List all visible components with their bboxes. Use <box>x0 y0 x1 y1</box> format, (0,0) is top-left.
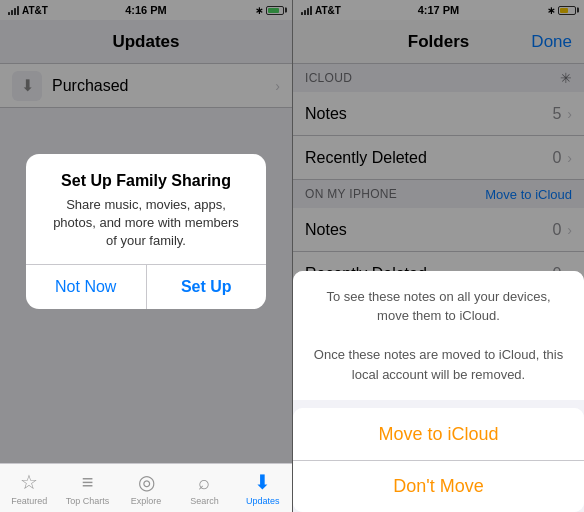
search-label: Search <box>190 496 219 506</box>
sheet-buttons: Move to iCloud Don't Move <box>293 408 584 512</box>
dialog-body: Set Up Family Sharing Share music, movie… <box>26 154 266 265</box>
featured-icon: ☆ <box>20 470 38 494</box>
dialog-title: Set Up Family Sharing <box>46 172 246 190</box>
updates-label: Updates <box>246 496 280 506</box>
tab-top-charts[interactable]: ≡ Top Charts <box>58 471 116 506</box>
featured-label: Featured <box>11 496 47 506</box>
top-charts-label: Top Charts <box>66 496 110 506</box>
bottom-sheet: To see these notes on all your devices, … <box>293 271 584 513</box>
right-phone: AT&T 4:17 PM ∗ Folders Done iCloud ✳ Not… <box>292 0 584 512</box>
search-icon: ⌕ <box>198 471 210 494</box>
sheet-message: To see these notes on all your devices, … <box>293 271 584 401</box>
tab-updates[interactable]: ⬇ Updates <box>234 470 292 506</box>
tab-bar-left: ☆ Featured ≡ Top Charts ◎ Explore ⌕ Sear… <box>0 463 292 512</box>
tab-explore[interactable]: ◎ Explore <box>117 470 175 506</box>
move-to-icloud-button[interactable]: Move to iCloud <box>293 408 584 460</box>
explore-label: Explore <box>131 496 162 506</box>
top-charts-icon: ≡ <box>82 471 94 494</box>
dont-move-button[interactable]: Don't Move <box>293 460 584 512</box>
updates-icon: ⬇ <box>254 470 271 494</box>
dialog-buttons: Not Now Set Up <box>26 264 266 309</box>
family-sharing-dialog: Set Up Family Sharing Share music, movie… <box>26 154 266 310</box>
tab-featured[interactable]: ☆ Featured <box>0 470 58 506</box>
not-now-button[interactable]: Not Now <box>26 265 147 309</box>
dialog-message: Share music, movies, apps, photos, and m… <box>46 196 246 251</box>
left-phone: AT&T 4:16 PM ∗ Updates ⬇ Purchased › Set… <box>0 0 292 512</box>
explore-icon: ◎ <box>138 470 155 494</box>
tab-search[interactable]: ⌕ Search <box>175 471 233 506</box>
dialog-overlay: Set Up Family Sharing Share music, movie… <box>0 0 292 463</box>
setup-button[interactable]: Set Up <box>147 265 267 309</box>
